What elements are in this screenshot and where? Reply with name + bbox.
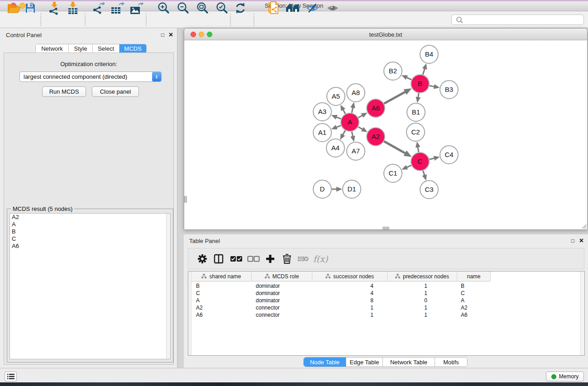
export-network-icon[interactable] — [91, 0, 106, 15]
graph-node-A3[interactable]: A3 — [313, 103, 331, 121]
column-header-predecessor-nodes[interactable]: predecessor nodes — [387, 272, 457, 281]
refresh-icon[interactable] — [233, 0, 248, 15]
graph-node-B[interactable]: B — [411, 75, 429, 93]
export-table-icon[interactable] — [110, 0, 125, 15]
table-cell[interactable]: B — [457, 282, 491, 290]
table-cell[interactable]: 4 — [312, 290, 387, 297]
edge-B-B1[interactable] — [418, 93, 419, 98]
zoom-out-icon[interactable] — [175, 0, 191, 15]
tab-mcds[interactable]: MCDS — [120, 44, 146, 53]
table-cell[interactable]: A — [457, 297, 491, 304]
task-history-button[interactable] — [5, 372, 17, 381]
houses-icon[interactable] — [285, 0, 301, 15]
save-session-icon[interactable] — [23, 0, 38, 15]
zoom-selected-icon[interactable] — [214, 0, 229, 15]
edge-A2-C[interactable] — [384, 141, 406, 153]
graph-node-C1[interactable]: C1 — [384, 164, 402, 182]
network-window-titlebar[interactable]: testGlobe.txt — [184, 29, 587, 40]
edge-C-C1[interactable] — [406, 165, 411, 167]
resize-grip[interactable] — [580, 223, 587, 229]
run-mcds-button[interactable]: Run MCDS — [42, 86, 86, 97]
table-settings-icon[interactable] — [195, 252, 210, 266]
network-canvas[interactable]: B4B2BB3A8A5A6A3B1AC2A1A2A4A7C4CC1DD1C3 — [184, 40, 587, 229]
column-header-successor-nodes[interactable]: successor nodes — [312, 272, 387, 281]
edge-A-A2[interactable] — [358, 127, 363, 129]
graph-node-C4[interactable]: C4 — [440, 146, 458, 164]
graph-node-A5[interactable]: A5 — [327, 87, 345, 105]
mcds-result-item[interactable]: A2 — [10, 214, 170, 221]
table-row[interactable]: A6connector11A6 — [191, 311, 491, 319]
tab-motifs[interactable]: Motifs — [435, 357, 467, 367]
tab-select[interactable]: Select — [93, 44, 120, 53]
column-header-name[interactable]: name — [457, 272, 491, 281]
table-cell[interactable]: A2 — [457, 304, 491, 311]
table-cell[interactable]: C — [191, 290, 252, 297]
edge-A-A7[interactable] — [352, 132, 353, 137]
table-cell[interactable]: connector — [252, 304, 312, 311]
hide-graphics-details-icon[interactable] — [305, 0, 320, 15]
optimization-criterion-dropdown[interactable]: largest connected component (directed) ▲… — [19, 71, 162, 82]
close-panel-icon[interactable]: × — [169, 32, 173, 38]
graph-node-A[interactable]: A — [341, 113, 359, 131]
table-row[interactable]: Bdominator41B — [191, 282, 491, 290]
new-network-from-selection-icon[interactable] — [266, 0, 282, 15]
mcds-result-item[interactable]: C — [10, 235, 170, 243]
table-row[interactable]: Cdominator41C — [191, 290, 491, 297]
graph-node-B3[interactable]: B3 — [440, 81, 458, 99]
graph-node-A2[interactable]: A2 — [367, 128, 385, 146]
close-table-panel-icon[interactable]: × — [579, 238, 583, 243]
import-table-icon[interactable] — [65, 0, 81, 15]
graph-node-C[interactable]: C — [411, 152, 429, 171]
edge-A-A5[interactable] — [343, 109, 345, 114]
float-panel-icon[interactable]: □ — [161, 32, 164, 38]
export-image-icon[interactable] — [129, 0, 144, 15]
edge-A-A6[interactable] — [358, 115, 363, 118]
table-cell[interactable]: 1 — [312, 311, 387, 319]
graph-node-A7[interactable]: A7 — [347, 142, 365, 160]
table-cell[interactable]: B — [191, 282, 252, 290]
graph-node-A1[interactable]: A1 — [313, 124, 331, 142]
table-cell[interactable]: A6 — [457, 311, 491, 319]
edge-C-C2[interactable] — [418, 147, 419, 152]
table-cell[interactable]: 1 — [387, 311, 457, 319]
close-panel-button[interactable]: Close panel — [92, 86, 139, 97]
edge-C-C4[interactable] — [429, 158, 435, 159]
node-table[interactable]: shared nameMCDS rolesuccessor nodesprede… — [188, 271, 585, 356]
tab-node-table[interactable]: Node Table — [304, 357, 346, 367]
table-cell[interactable]: dominator — [252, 282, 312, 290]
tab-network[interactable]: Network — [36, 44, 69, 53]
table-cell[interactable]: 1 — [312, 304, 387, 311]
table-cell[interactable]: A6 — [191, 311, 252, 319]
search-field[interactable] — [451, 14, 584, 25]
table-cell[interactable]: A2 — [191, 304, 252, 311]
graph-node-B1[interactable]: B1 — [407, 103, 425, 121]
edge-A-A1[interactable] — [336, 125, 341, 127]
table-cell[interactable]: dominator — [252, 297, 312, 304]
select-all-checkboxes-icon[interactable] — [229, 252, 244, 266]
mcds-result-list[interactable]: A2ABCA6 — [10, 213, 171, 359]
table-cell[interactable]: 1 — [387, 282, 457, 290]
tab-network-table[interactable]: Network Table — [383, 357, 435, 367]
zoom-in-icon[interactable] — [156, 0, 171, 15]
tab-edge-table[interactable]: Edge Table — [346, 357, 383, 367]
table-cell[interactable]: 8 — [312, 297, 387, 304]
graph-node-D1[interactable]: D1 — [343, 180, 361, 198]
table-cell[interactable]: 1 — [387, 304, 457, 311]
delete-table-icon[interactable] — [296, 252, 311, 266]
mcds-result-item[interactable]: A6 — [10, 243, 170, 250]
search-input[interactable] — [465, 17, 583, 23]
apply-function-icon[interactable]: f(x) — [313, 252, 328, 266]
graph-node-B4[interactable]: B4 — [420, 45, 438, 63]
deselect-all-checkboxes-icon[interactable] — [246, 252, 261, 266]
table-cell[interactable]: 4 — [312, 282, 387, 290]
edge-A-A8[interactable] — [352, 107, 353, 113]
table-scrollbar[interactable] — [580, 272, 584, 355]
mcds-result-item[interactable]: A — [10, 221, 170, 228]
graph-node-D[interactable]: D — [313, 180, 331, 198]
import-network-icon[interactable] — [46, 0, 62, 15]
edge-B-B4[interactable] — [423, 68, 425, 75]
edge-C-C3[interactable] — [423, 171, 425, 176]
column-header-MCDS-role[interactable]: MCDS role — [252, 272, 312, 281]
graph-node-A8[interactable]: A8 — [347, 84, 365, 102]
float-table-panel-icon[interactable]: □ — [571, 238, 574, 244]
